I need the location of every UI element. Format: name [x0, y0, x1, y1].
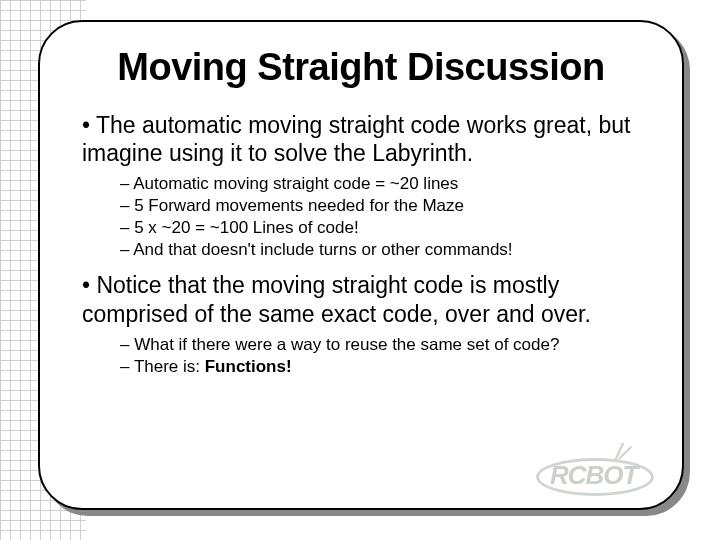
bullet-2: Notice that the moving straight code is …	[82, 271, 646, 377]
sub2-item-1: What if there were a way to reuse the sa…	[120, 334, 646, 356]
sub2-item-2b: Functions!	[205, 357, 292, 376]
sub1-item-4: And that doesn't include turns or other …	[120, 239, 646, 261]
bullet-1-text: The automatic moving straight code works…	[82, 112, 630, 166]
bullet-2-text: Notice that the moving straight code is …	[82, 272, 591, 326]
slide-body: The automatic moving straight code works…	[76, 111, 646, 378]
sub-list-2: What if there were a way to reuse the sa…	[82, 334, 646, 378]
sub1-item-2: 5 Forward movements needed for the Maze	[120, 195, 646, 217]
sub1-item-1: Automatic moving straight code = ~20 lin…	[120, 173, 646, 195]
slide-title: Moving Straight Discussion	[76, 46, 646, 89]
rcbot-logo: RCBOT	[536, 440, 656, 498]
sub2-item-2a: There is:	[134, 357, 205, 376]
slide-card: Moving Straight Discussion The automatic…	[38, 20, 684, 510]
logo-text: RCBOT	[550, 460, 637, 491]
sub1-item-3: 5 x ~20 = ~100 Lines of code!	[120, 217, 646, 239]
sub-list-1: Automatic moving straight code = ~20 lin…	[82, 173, 646, 261]
sub2-item-2: There is: Functions!	[120, 356, 646, 378]
bullet-1: The automatic moving straight code works…	[82, 111, 646, 261]
bullet-list-1: The automatic moving straight code works…	[76, 111, 646, 378]
